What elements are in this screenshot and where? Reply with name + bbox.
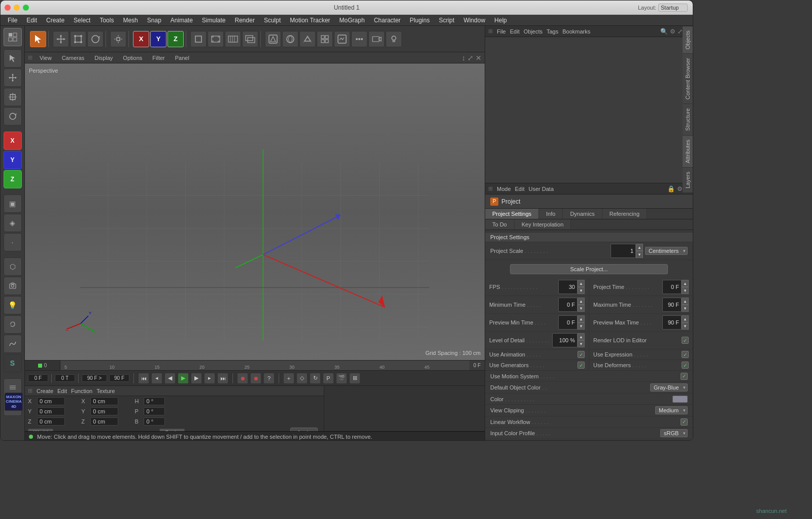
toolbar-dots-btn[interactable] xyxy=(351,31,367,47)
tab-todo[interactable]: To Do xyxy=(485,219,515,230)
transport-render[interactable]: 🎬 xyxy=(336,373,347,384)
toolbar-view1-btn[interactable] xyxy=(265,31,281,47)
view-clipping-dropdown[interactable]: Medium xyxy=(655,406,688,414)
y-pos-field[interactable] xyxy=(37,407,65,415)
side-tab-content[interactable]: Content Browser xyxy=(683,53,693,104)
project-scale-up[interactable]: ▲ xyxy=(636,244,643,251)
tab-edit[interactable]: Edit xyxy=(57,388,67,394)
side-tab-layers[interactable]: Layers xyxy=(683,167,693,192)
transport-goto-end[interactable]: ⏭ xyxy=(217,373,228,384)
toolbar-select-btn[interactable] xyxy=(30,31,46,47)
toolbar-film-btn[interactable] xyxy=(208,31,224,47)
preview-min-up[interactable]: ▲ xyxy=(578,315,585,322)
toolbar-move-btn[interactable] xyxy=(53,31,69,47)
color-swatch[interactable] xyxy=(672,396,688,403)
max-time-input[interactable] xyxy=(662,298,682,312)
fps-down[interactable]: ▼ xyxy=(578,287,585,294)
project-time-down[interactable]: ▼ xyxy=(682,287,689,294)
menu-edit[interactable]: Edit xyxy=(22,16,41,25)
preview-max-input[interactable] xyxy=(662,315,682,330)
transport-add-key[interactable]: + xyxy=(283,373,294,384)
z-size-field[interactable] xyxy=(90,417,118,426)
tab-dynamics[interactable]: Dynamics xyxy=(563,209,602,219)
tool-rotate[interactable] xyxy=(4,107,22,125)
project-time-input[interactable] xyxy=(662,280,682,294)
menu-motion-tracker[interactable]: Motion Tracker xyxy=(286,16,334,25)
project-time-up[interactable]: ▲ xyxy=(682,280,689,287)
y-size-field[interactable] xyxy=(90,407,118,415)
vp-tab-panel[interactable]: Panel xyxy=(172,54,192,62)
toolbar-z-btn[interactable]: Z xyxy=(167,31,184,47)
obj-menu-objects[interactable]: Objects xyxy=(524,28,543,35)
tab-referencing[interactable]: Referencing xyxy=(602,209,647,219)
tool-box[interactable]: ⬡ xyxy=(4,257,22,276)
use-expression-checkbox[interactable]: ✓ xyxy=(682,351,689,358)
side-tab-structure[interactable]: Structure xyxy=(683,104,693,135)
side-tab-objects[interactable]: Objects xyxy=(683,26,693,53)
toolbar-view4-btn[interactable] xyxy=(317,31,333,47)
menu-tools[interactable]: Tools xyxy=(95,16,118,25)
toolbar-cube-btn[interactable] xyxy=(190,31,207,47)
vp-icon-expand[interactable]: ⤢ xyxy=(467,54,473,62)
tool-point[interactable]: · xyxy=(4,233,22,251)
menu-render[interactable]: Render xyxy=(231,16,259,25)
min-time-input[interactable] xyxy=(558,298,578,312)
unit-dropdown[interactable]: Centimeters xyxy=(645,247,688,255)
tool-y-axis[interactable]: Y xyxy=(4,151,22,169)
menu-snap[interactable]: Snap xyxy=(143,16,165,25)
transport-play[interactable]: ▶ xyxy=(178,373,189,384)
transport-step-fwd[interactable]: ▸ xyxy=(204,373,215,384)
preview-min-input[interactable] xyxy=(558,315,578,330)
toolbar-view3-btn[interactable] xyxy=(299,31,316,47)
linear-workflow-checkbox[interactable]: ✓ xyxy=(681,418,688,426)
tab-function[interactable]: Function xyxy=(71,388,92,394)
max-time-down[interactable]: ▼ xyxy=(682,305,689,312)
viewport-3d[interactable]: Perspective Grid Spacing : 100 cm X Y Z xyxy=(25,63,485,360)
timeline-ruler[interactable]: 0 5 10 15 20 25 30 35 40 45 0 F xyxy=(25,360,485,370)
menu-script[interactable]: Script xyxy=(435,16,459,25)
vp-tab-display[interactable]: Display xyxy=(91,54,116,62)
input-color-dropdown[interactable]: sRGB xyxy=(660,429,688,437)
lod-down[interactable]: ▼ xyxy=(578,340,585,347)
transport-next-key[interactable]: ▶ xyxy=(191,373,202,384)
obj-menu-file[interactable]: File xyxy=(497,28,506,35)
toolbar-camera2-btn[interactable] xyxy=(368,31,385,47)
render-lod-checkbox[interactable]: ✓ xyxy=(682,337,689,344)
p-rot-field[interactable] xyxy=(144,407,165,415)
time-field-2[interactable] xyxy=(55,374,75,382)
lod-input[interactable] xyxy=(552,333,578,347)
menu-simulate[interactable]: Simulate xyxy=(198,16,230,25)
use-motion-checkbox[interactable]: ✓ xyxy=(681,373,688,380)
layout-selector[interactable]: Layout: Startup xyxy=(638,4,688,12)
use-deformers-checkbox[interactable]: ✓ xyxy=(682,362,689,369)
transport-keyframe[interactable]: ◇ xyxy=(296,373,308,384)
attr-menu-userdata[interactable]: User Data xyxy=(529,186,554,192)
toolbar-null-btn[interactable] xyxy=(110,31,126,47)
tool-edge[interactable]: ◈ xyxy=(4,214,22,232)
timeline-track[interactable]: 5 10 15 20 25 30 35 40 45 xyxy=(60,361,469,370)
b-rot-field[interactable] xyxy=(144,417,165,426)
menu-window[interactable]: Window xyxy=(459,16,489,25)
menu-create[interactable]: Create xyxy=(42,16,69,25)
menu-mesh[interactable]: Mesh xyxy=(119,16,142,25)
vp-tab-options[interactable]: Options xyxy=(120,54,145,62)
toolbar-bulb-btn[interactable] xyxy=(386,31,402,47)
use-animation-checkbox[interactable]: ✓ xyxy=(578,351,585,358)
transport-goto-start[interactable]: ⏮ xyxy=(138,373,149,384)
project-scale-down[interactable]: ▼ xyxy=(636,251,643,258)
toolbar-y-btn[interactable]: Y xyxy=(150,31,166,47)
tab-create[interactable]: Create xyxy=(37,388,53,394)
preview-max-up[interactable]: ▲ xyxy=(682,315,689,322)
menu-file[interactable]: File xyxy=(4,16,21,25)
tab-project-settings[interactable]: Project Settings xyxy=(485,209,539,219)
project-scale-input[interactable] xyxy=(611,244,636,258)
z-pos-field[interactable] xyxy=(37,417,65,426)
menu-character[interactable]: Character xyxy=(370,16,405,25)
transport-record2[interactable]: ⏺ xyxy=(250,373,261,384)
tool-scale[interactable] xyxy=(4,88,22,106)
fps-up[interactable]: ▲ xyxy=(578,280,585,287)
fps-input[interactable] xyxy=(558,280,578,294)
toolbar-rotate-btn[interactable] xyxy=(87,31,104,47)
min-time-down[interactable]: ▼ xyxy=(578,305,585,312)
menu-mograph[interactable]: MoGraph xyxy=(335,16,369,25)
